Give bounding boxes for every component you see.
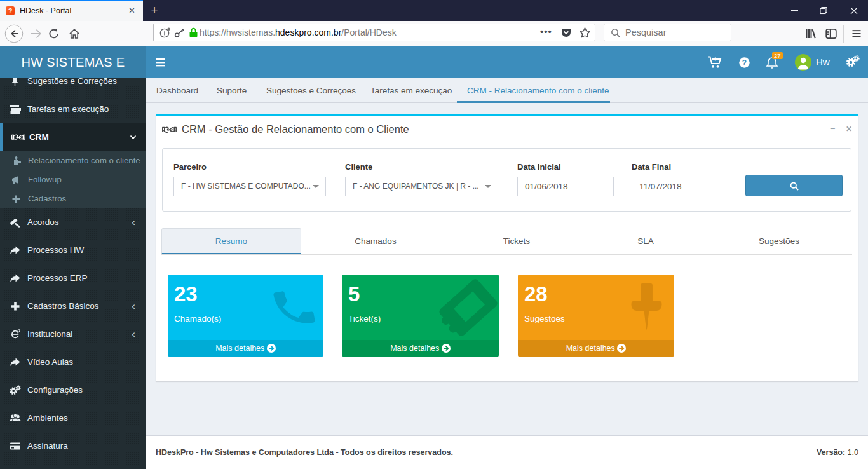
svg-text:?: ? xyxy=(742,58,747,67)
